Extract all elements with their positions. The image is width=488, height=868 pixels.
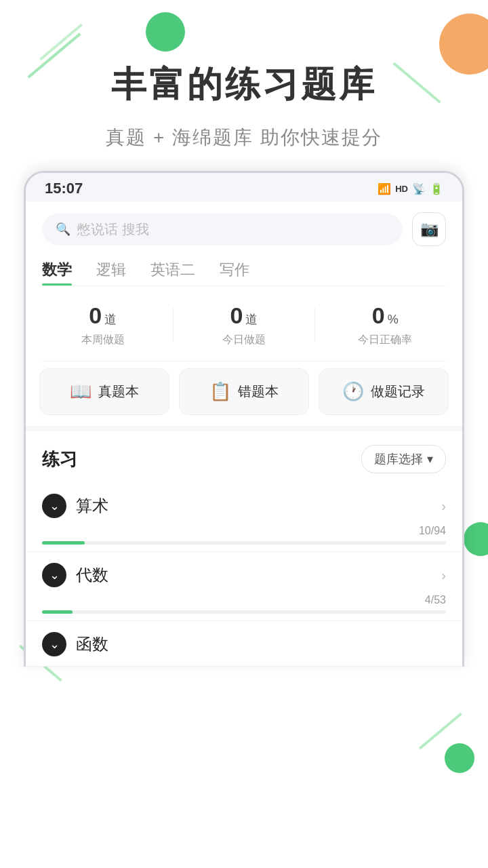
hero-subtitle: 真题 + 海绵题库 助你快速提分 [0, 125, 488, 151]
practice-header: 练习 题库选择 ▾ [26, 431, 462, 483]
section-divider [26, 426, 462, 431]
progress-label-arithmetic: 10/94 [419, 525, 446, 537]
stat-accuracy: 0 % 今日正确率 [315, 302, 455, 347]
search-input-wrap[interactable]: 🔍 憋说话 搜我 [42, 214, 403, 245]
hero-title: 丰富的练习题库 [0, 61, 488, 108]
phone-mockup: 15:07 📶 HD 📡 🔋 🔍 憋说话 搜我 📷 数学 逻辑 [24, 171, 464, 667]
expand-icon-arithmetic[interactable]: ⌄ [42, 494, 66, 518]
practice-item-function-left: ⌄ 函数 [42, 632, 108, 656]
chevron-down-icon-algebra: ⌄ [49, 568, 60, 583]
practice-item-arithmetic-header: ⌄ 算术 › [42, 494, 446, 518]
stat-daily: 0 道 今日做题 [174, 302, 314, 347]
expand-icon-algebra[interactable]: ⌄ [42, 563, 66, 587]
practice-item-arithmetic-name: 算术 [76, 495, 108, 517]
stat-weekly: 0 道 本周做题 [33, 302, 173, 347]
practice-item-algebra-header: ⌄ 代数 › [42, 563, 446, 587]
hero-section: 丰富的练习题库 真题 + 海绵题库 助你快速提分 [0, 0, 488, 171]
progress-bar-fill-algebra [42, 610, 73, 614]
search-placeholder-text: 憋说话 搜我 [77, 220, 149, 239]
status-time: 15:07 [45, 180, 83, 197]
tabs-row: 数学 逻辑 英语二 写作 [26, 253, 462, 285]
practice-item-function-header: ⌄ 函数 [42, 632, 446, 656]
practice-item-algebra-name: 代数 [76, 564, 108, 586]
clock-icon: 🕐 [342, 381, 364, 402]
stat-daily-label: 今日做题 [174, 333, 314, 347]
signal-icon: 📡 [412, 182, 426, 195]
progress-row-algebra: 4/53 [42, 594, 446, 606]
progress-bar-fill-arithmetic [42, 541, 85, 545]
practice-item-arithmetic-left: ⌄ 算术 [42, 494, 108, 518]
status-bar: 15:07 📶 HD 📡 🔋 [26, 173, 462, 201]
record-button[interactable]: 🕐 做题记录 [319, 368, 449, 415]
stats-row: 0 道 本周做题 0 道 今日做题 0 % 今日正确率 [26, 286, 462, 361]
chevron-down-icon: ▾ [427, 452, 433, 467]
battery-icon: 🔋 [430, 182, 443, 195]
record-label: 做题记录 [371, 382, 425, 401]
topic-select-button[interactable]: 题库选择 ▾ [361, 445, 446, 473]
status-icons: 📶 HD 📡 🔋 [378, 182, 443, 195]
zhenti-label: 真题本 [98, 382, 139, 401]
book-icon: 📖 [70, 381, 92, 402]
cuoti-button[interactable]: 📋 错题本 [179, 368, 309, 415]
search-bar-row: 🔍 憋说话 搜我 📷 [26, 201, 462, 253]
practice-title: 练习 [42, 448, 77, 471]
practice-item-algebra-left: ⌄ 代数 [42, 563, 108, 587]
action-row: 📖 真题本 📋 错题本 🕐 做题记录 [26, 361, 462, 426]
tab-logic[interactable]: 逻辑 [96, 260, 126, 285]
search-icon: 🔍 [56, 222, 70, 237]
practice-item-arithmetic: ⌄ 算术 › 10/94 [26, 483, 462, 552]
chevron-down-icon-arithmetic: ⌄ [49, 498, 60, 513]
wifi-icon: 📶 [378, 182, 391, 195]
chevron-right-algebra: › [441, 568, 446, 583]
tab-math[interactable]: 数学 [42, 260, 72, 285]
progress-bar-wrap-algebra [42, 610, 446, 614]
practice-item-algebra: ⌄ 代数 › 4/53 [26, 552, 462, 621]
progress-row-arithmetic: 10/94 [42, 525, 446, 537]
deco-circle-green-mid [464, 522, 488, 556]
error-book-icon: 📋 [209, 381, 231, 402]
progress-label-algebra: 4/53 [425, 594, 446, 606]
stat-daily-number: 0 [230, 302, 243, 329]
phone-content: 🔍 憋说话 搜我 📷 数学 逻辑 英语二 写作 [26, 201, 462, 667]
tab-english2[interactable]: 英语二 [150, 260, 195, 285]
hd-icon: HD [395, 184, 408, 194]
chevron-down-icon-function: ⌄ [49, 637, 60, 652]
camera-icon: 📷 [420, 220, 439, 238]
progress-bar-wrap-arithmetic [42, 541, 446, 545]
practice-item-function: ⌄ 函数 [26, 621, 462, 667]
cuoti-label: 错题本 [238, 382, 279, 401]
stat-accuracy-unit: % [388, 313, 399, 327]
topic-select-label: 题库选择 [374, 451, 423, 467]
tab-writing[interactable]: 写作 [220, 260, 249, 285]
stat-weekly-unit: 道 [104, 311, 117, 328]
camera-button[interactable]: 📷 [412, 212, 446, 246]
stat-accuracy-label: 今日正确率 [315, 333, 455, 347]
chevron-right-arithmetic: › [441, 498, 446, 514]
stat-daily-unit: 道 [245, 311, 258, 328]
stat-accuracy-number: 0 [372, 302, 385, 329]
practice-item-function-name: 函数 [76, 633, 108, 655]
expand-icon-function[interactable]: ⌄ [42, 632, 66, 656]
zhenti-button[interactable]: 📖 真题本 [39, 368, 169, 415]
stat-weekly-number: 0 [89, 302, 102, 329]
stat-weekly-label: 本周做题 [33, 333, 173, 347]
deco-circle-green-bottom [445, 743, 474, 773]
